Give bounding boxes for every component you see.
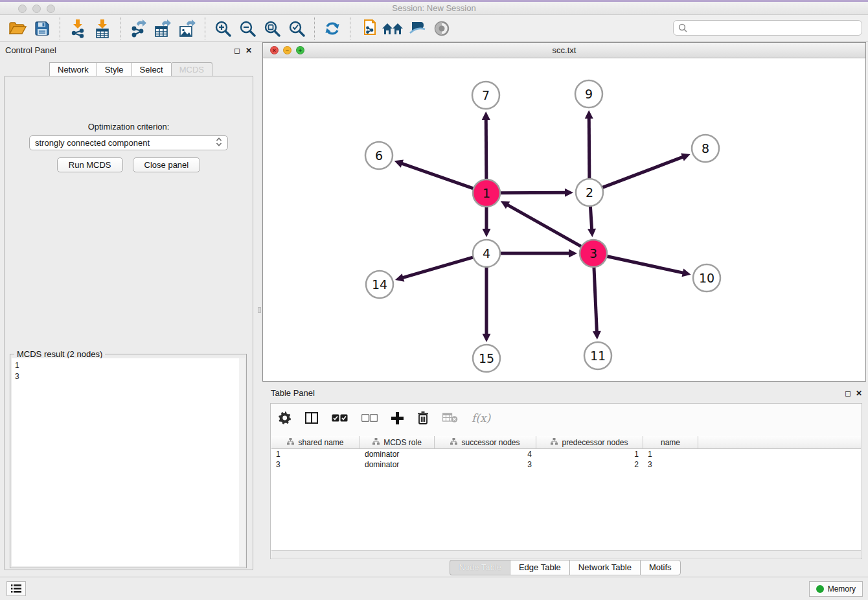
network-canvas[interactable]: 7968124314101511 bbox=[263, 58, 865, 381]
close-table-panel-icon[interactable]: ✕ bbox=[856, 389, 862, 398]
status-bar: Memory bbox=[0, 577, 868, 600]
table-cell[interactable]: 3 bbox=[271, 459, 360, 470]
import-table-icon[interactable] bbox=[90, 17, 115, 40]
split-columns-icon[interactable] bbox=[305, 412, 318, 424]
delete-table-icon[interactable] bbox=[442, 413, 458, 423]
node-label-2: 2 bbox=[586, 185, 593, 200]
memory-button[interactable]: Memory bbox=[809, 581, 863, 597]
network-graph[interactable]: 7968124314101511 bbox=[263, 58, 865, 382]
table-cell[interactable]: 3 bbox=[435, 459, 536, 470]
tab-node-table[interactable]: Node Table bbox=[450, 560, 510, 575]
toolbar-separator bbox=[120, 17, 120, 40]
tab-edge-table[interactable]: Edge Table bbox=[510, 560, 569, 575]
table-cell[interactable]: dominator bbox=[360, 449, 435, 459]
sort-hierarchy-icon bbox=[372, 438, 380, 447]
export-table-icon[interactable] bbox=[150, 17, 175, 40]
export-network-icon[interactable] bbox=[126, 17, 150, 40]
table-cell[interactable]: dominator bbox=[360, 459, 435, 470]
save-icon[interactable] bbox=[30, 17, 54, 40]
node-label-9: 9 bbox=[585, 87, 593, 101]
panel-splitter[interactable] bbox=[258, 43, 261, 577]
table-cell[interactable]: 3 bbox=[643, 459, 698, 470]
tab-motifs[interactable]: Motifs bbox=[640, 560, 681, 575]
edge-arrowhead bbox=[395, 273, 404, 281]
table-cell[interactable]: 1 bbox=[643, 449, 698, 459]
edge-3-10[interactable] bbox=[606, 256, 683, 273]
titlebar: Session: New Session bbox=[0, 2, 868, 15]
edge-arrowhead bbox=[585, 110, 593, 119]
delete-icon[interactable] bbox=[417, 411, 429, 424]
table-header-row: shared nameMCDS rolesuccessor nodesprede… bbox=[271, 436, 861, 449]
node-table-container: f(x) shared nameMCDS rolesuccessor nodes… bbox=[270, 403, 862, 559]
zoom-fit-icon[interactable] bbox=[260, 17, 284, 40]
column-header-filler bbox=[698, 436, 861, 448]
refresh-icon[interactable] bbox=[320, 17, 345, 40]
edge-4-14[interactable] bbox=[403, 257, 474, 278]
control-panel-title: Control Panel bbox=[5, 45, 56, 55]
home-network-icon[interactable] bbox=[380, 17, 405, 40]
run-mcds-button[interactable]: Run MCDS bbox=[57, 157, 123, 172]
edge-1-6[interactable] bbox=[402, 163, 474, 189]
duplicate-network-icon[interactable] bbox=[356, 17, 380, 40]
table-hscroll-track[interactable] bbox=[271, 550, 861, 558]
edge-1-7[interactable] bbox=[486, 119, 486, 180]
edge-2-8[interactable] bbox=[602, 157, 683, 188]
node-table: shared nameMCDS rolesuccessor nodesprede… bbox=[271, 436, 861, 550]
edge-arrowhead bbox=[681, 269, 691, 277]
search-input[interactable] bbox=[673, 20, 862, 36]
edge-arrowhead bbox=[569, 249, 577, 258]
task-history-button[interactable] bbox=[6, 581, 26, 596]
table-cell[interactable]: 1 bbox=[536, 449, 643, 459]
float-table-panel-icon[interactable]: ◻ bbox=[845, 389, 851, 398]
network-window-titlebar[interactable]: × − + scc.txt bbox=[263, 43, 865, 58]
column-label: shared name bbox=[298, 438, 343, 447]
edge-2-9[interactable] bbox=[589, 118, 589, 179]
table-cell[interactable]: 1 bbox=[271, 449, 360, 459]
column-header-predecessor-nodes[interactable]: predecessor nodes bbox=[536, 436, 643, 448]
deselect-all-icon[interactable] bbox=[361, 414, 378, 422]
result-scrollbar[interactable] bbox=[239, 358, 245, 566]
table-row[interactable]: 1dominator411 bbox=[271, 449, 861, 459]
table-cell[interactable]: 2 bbox=[536, 459, 643, 470]
gear-icon[interactable] bbox=[279, 411, 291, 424]
zoom-in-icon[interactable] bbox=[211, 17, 235, 40]
edge-arrowhead bbox=[483, 334, 491, 342]
mcds-result-group: MCDS result (2 nodes) 13 bbox=[10, 354, 247, 568]
edge-3-1[interactable] bbox=[507, 205, 582, 247]
zoom-selected-icon[interactable] bbox=[284, 17, 309, 40]
edge-arrowhead bbox=[588, 229, 596, 237]
float-panel-icon[interactable]: ◻ bbox=[234, 46, 240, 55]
toolbar-separator bbox=[205, 17, 205, 40]
column-label: successor nodes bbox=[461, 438, 520, 447]
close-panel-button[interactable]: Close panel bbox=[133, 157, 201, 172]
open-folder-icon[interactable] bbox=[5, 17, 30, 40]
column-header-MCDS-role[interactable]: MCDS role bbox=[360, 436, 435, 448]
column-header-name[interactable]: name bbox=[643, 436, 698, 448]
search-field[interactable] bbox=[691, 23, 862, 33]
import-network-icon[interactable] bbox=[65, 17, 90, 40]
criterion-select[interactable]: strongly connected component bbox=[29, 135, 228, 150]
mcds-result-list[interactable]: 13 bbox=[12, 358, 245, 566]
column-header-shared-name[interactable]: shared name bbox=[271, 436, 360, 448]
export-image-icon[interactable] bbox=[175, 17, 200, 40]
close-panel-icon[interactable]: ✕ bbox=[246, 46, 252, 55]
node-label-1: 1 bbox=[483, 186, 490, 200]
select-all-icon[interactable] bbox=[332, 414, 348, 422]
add-icon[interactable] bbox=[391, 412, 404, 424]
select-stepper-icon bbox=[216, 137, 222, 149]
node-label-14: 14 bbox=[372, 277, 387, 292]
eye-icon[interactable] bbox=[429, 17, 454, 40]
function-icon[interactable]: f(x) bbox=[472, 411, 490, 424]
table-row[interactable]: 3dominator323 bbox=[271, 459, 861, 470]
tab-network-table[interactable]: Network Table bbox=[569, 560, 640, 575]
edge-1-2[interactable] bbox=[499, 192, 565, 193]
table-cell[interactable]: 4 bbox=[435, 449, 536, 459]
column-header-successor-nodes[interactable]: successor nodes bbox=[435, 436, 536, 448]
hide-labels-icon[interactable] bbox=[405, 17, 429, 40]
edge-3-11[interactable] bbox=[594, 266, 597, 332]
node-label-4: 4 bbox=[483, 246, 490, 260]
edge-2-3[interactable] bbox=[590, 205, 591, 229]
column-label: predecessor nodes bbox=[562, 438, 628, 447]
optimization-criterion-label: Optimization criterion: bbox=[5, 122, 253, 132]
zoom-out-icon[interactable] bbox=[235, 17, 260, 40]
